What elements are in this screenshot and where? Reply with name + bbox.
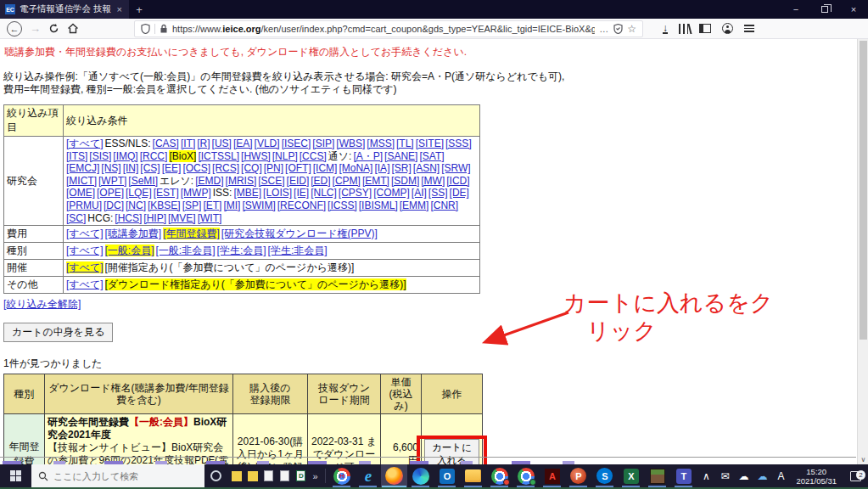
filter-link[interactable]: [KBSE] xyxy=(148,200,181,211)
filter-link[interactable]: [ITS] xyxy=(66,150,87,162)
filter-link[interactable]: [IE] xyxy=(294,187,309,199)
filter-link[interactable]: [CAS] xyxy=(153,138,179,149)
filter-link[interactable]: [EMM] xyxy=(400,200,429,211)
account-icon[interactable] xyxy=(722,23,733,34)
filter-link[interactable]: [SP] xyxy=(182,200,202,211)
filter-link[interactable]: [ICM] xyxy=(313,162,338,174)
filter-link[interactable]: [年間登録費] xyxy=(163,228,220,239)
url-bar[interactable]: https://www.ieice.org/ken/user/index.php… xyxy=(134,20,643,37)
filter-link[interactable]: [OME] xyxy=(66,187,95,199)
filter-link[interactable]: [MoNA] xyxy=(339,162,372,174)
filter-link[interactable]: [PRMU] xyxy=(66,200,102,211)
filter-link[interactable]: [学生:非会員] xyxy=(268,244,328,256)
filter-link[interactable]: [SeMI] xyxy=(128,175,158,187)
ime-icon[interactable]: A xyxy=(771,470,790,482)
filter-link[interactable]: [すべて] xyxy=(66,278,104,290)
filter-link[interactable]: [CQ] xyxy=(241,162,262,174)
filter-link[interactable]: [EMD] xyxy=(195,175,223,187)
filter-link[interactable]: [SRW] xyxy=(441,162,470,174)
filter-link[interactable]: [DE] xyxy=(450,187,469,199)
filter-link[interactable]: [SCE] xyxy=(258,175,284,187)
internet-explorer-icon[interactable]: e xyxy=(355,464,381,487)
file-explorer-icon[interactable] xyxy=(460,464,486,487)
chevron-up-icon[interactable]: ∧ xyxy=(697,470,715,482)
filter-link[interactable]: [SC] xyxy=(66,212,86,224)
office-doc-icon[interactable]: D xyxy=(293,464,309,487)
filter-link[interactable]: [MICT] xyxy=(66,175,97,187)
filter-link[interactable]: [LOIS] xyxy=(263,187,292,199)
minimize-button[interactable]: − xyxy=(781,0,810,19)
filter-link[interactable]: [CCS] xyxy=(300,150,327,162)
filter-link[interactable]: [AI] xyxy=(412,187,427,199)
filter-link[interactable]: [EID] xyxy=(287,175,310,187)
chrome-profile2-icon[interactable] xyxy=(512,464,539,487)
search-input[interactable] xyxy=(53,471,198,481)
filter-link[interactable]: [RCS] xyxy=(212,162,239,174)
scrollbar[interactable]: ∨ xyxy=(857,39,868,464)
back-button[interactable]: ← xyxy=(7,21,22,37)
chrome-browser-icon[interactable]: H xyxy=(328,464,355,487)
home-button[interactable] xyxy=(67,23,79,34)
clear-all-filters-link[interactable]: [絞り込み全解除] xyxy=(3,297,81,312)
filter-link[interactable]: [SDM] xyxy=(391,175,419,187)
filter-link[interactable]: [EMCJ] xyxy=(66,162,99,174)
firefox-icon[interactable] xyxy=(381,464,407,487)
chrome-profile-icon[interactable] xyxy=(486,464,512,487)
cloud-icon[interactable]: ☁ xyxy=(734,470,753,482)
filter-link[interactable]: [TL] xyxy=(396,138,414,149)
lock-icon[interactable] xyxy=(160,24,168,34)
filter-link[interactable]: [一般:非会員] xyxy=(156,244,216,256)
filter-link[interactable]: [すべて] xyxy=(66,138,104,149)
filter-link[interactable]: [ISEC] xyxy=(282,138,311,149)
filter-link[interactable]: [SAT] xyxy=(419,150,444,162)
filter-link[interactable]: [ICD] xyxy=(446,175,469,187)
filter-link[interactable]: [すべて] xyxy=(66,261,104,273)
filter-link[interactable]: [SWIM] xyxy=(242,200,275,211)
taskbar-clock[interactable]: 15:20 2021/05/31 xyxy=(790,467,843,486)
filter-link[interactable]: [A・P] xyxy=(353,150,383,162)
filter-link[interactable]: [OCS] xyxy=(182,162,210,174)
minecraft-icon[interactable] xyxy=(644,464,670,487)
downloads-icon[interactable]: ↓ xyxy=(663,24,668,34)
filter-link[interactable]: [CPM] xyxy=(333,175,361,187)
bookmark-star-icon[interactable]: ☆ xyxy=(627,23,636,35)
new-tab-button[interactable]: + xyxy=(129,0,149,19)
filter-link[interactable]: [SANE] xyxy=(384,150,417,162)
filter-link[interactable]: [OPE] xyxy=(97,187,124,199)
filter-link[interactable]: [EA] xyxy=(233,138,253,149)
filter-link[interactable]: [聴講参加費] xyxy=(105,228,162,239)
filter-link[interactable]: [ICSS] xyxy=(328,200,357,211)
filter-link[interactable]: [MRIS] xyxy=(226,175,257,187)
filter-link[interactable]: [研究会技報ダウンロード権(PPV)] xyxy=(221,228,378,239)
reload-button[interactable] xyxy=(48,23,59,34)
filter-link[interactable]: [CNR] xyxy=(430,200,458,211)
sidebar-icon[interactable] xyxy=(699,24,711,33)
filter-link[interactable]: [SIS] xyxy=(89,150,111,162)
filter-link[interactable]: [MI] xyxy=(223,200,240,211)
filter-link[interactable]: [SSS] xyxy=(445,138,472,149)
filter-link[interactable]: [SITE] xyxy=(416,138,444,149)
filter-link[interactable]: [IMQ] xyxy=(113,150,137,162)
sticky-note-icon[interactable] xyxy=(228,464,244,487)
outlook-icon[interactable]: O xyxy=(434,464,460,487)
filter-link[interactable]: [MBE] xyxy=(233,187,261,199)
view-cart-button[interactable]: カートの中身を見る xyxy=(3,323,113,342)
filter-link[interactable]: [IA] xyxy=(374,162,389,174)
filter-link[interactable]: [すべて] xyxy=(66,228,104,239)
filter-link[interactable]: [SS] xyxy=(428,187,448,199)
filter-link[interactable]: [RCC] xyxy=(140,150,168,162)
excel-icon[interactable]: X xyxy=(618,464,644,487)
close-button[interactable]: × xyxy=(839,0,868,19)
filter-link[interactable]: [COMP] xyxy=(373,187,410,199)
filter-link[interactable]: [IBISML] xyxy=(359,200,398,211)
filter-link[interactable]: [ASN] xyxy=(413,162,440,174)
scrollbar-down-arrow[interactable]: ∨ xyxy=(858,456,868,464)
edge-icon[interactable] xyxy=(407,464,434,487)
onedrive-icon[interactable]: ☁ xyxy=(753,470,771,482)
cortana-button[interactable] xyxy=(204,464,227,487)
acrobat-icon[interactable]: A xyxy=(539,464,565,487)
filter-link[interactable]: [HIP] xyxy=(143,212,166,224)
filter-link[interactable]: [ICTSSL] xyxy=(198,150,239,162)
filter-link[interactable]: [EMT] xyxy=(362,175,389,187)
teams-icon[interactable]: T xyxy=(670,464,697,487)
